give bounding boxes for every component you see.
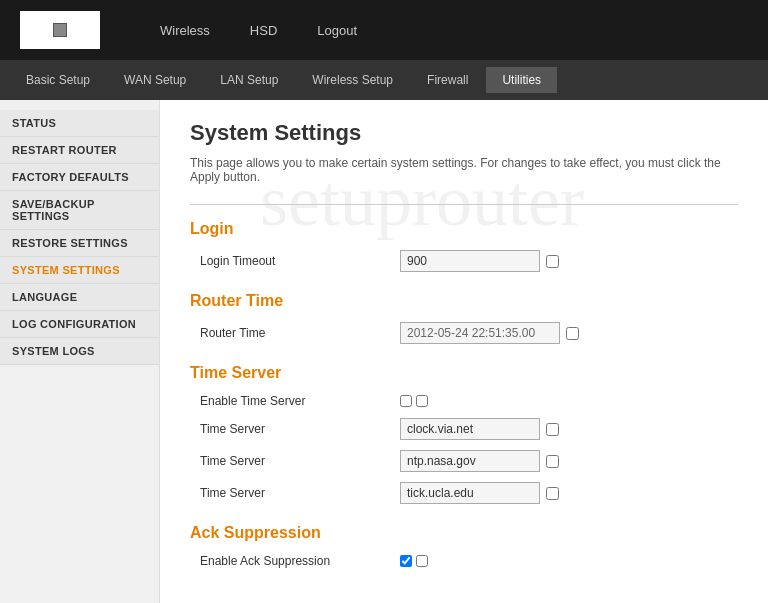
enable-ack-label: Enable Ack Suppression <box>200 554 400 568</box>
page-title: System Settings <box>190 120 738 146</box>
divider <box>190 204 738 205</box>
top-nav: Wireless HSD Logout <box>160 23 357 38</box>
tab-wan-setup[interactable]: WAN Setup <box>108 67 202 93</box>
tab-wireless-setup[interactable]: Wireless Setup <box>296 67 409 93</box>
sidebar-item-restore-settings[interactable]: RESTORE SETTINGS <box>0 230 159 257</box>
enable-time-server-checkbox2[interactable] <box>416 395 428 407</box>
login-timeout-input[interactable] <box>400 250 540 272</box>
ack-suppression-section: Ack Suppression Enable Ack Suppression <box>190 524 738 568</box>
tab-firewall[interactable]: Firewall <box>411 67 484 93</box>
router-time-checkbox[interactable] <box>566 327 579 340</box>
sidebar-item-factory-defaults[interactable]: FACTORY DEFAULTS <box>0 164 159 191</box>
enable-time-server-checkboxes <box>400 395 428 407</box>
enable-time-server-row: Enable Time Server <box>190 394 738 408</box>
sidebar-item-log-config[interactable]: LOG CONFIGURATION <box>0 311 159 338</box>
enable-ack-row: Enable Ack Suppression <box>190 554 738 568</box>
top-bar: Wireless HSD Logout <box>0 0 768 60</box>
time-server-input-1[interactable] <box>400 418 540 440</box>
main-layout: STATUS RESTART ROUTER FACTORY DEFAULTS S… <box>0 100 768 603</box>
top-nav-hsd[interactable]: HSD <box>250 23 277 38</box>
time-server-label-2: Time Server <box>200 454 400 468</box>
sidebar-item-language[interactable]: LANGUAGE <box>0 284 159 311</box>
sidebar-item-system-settings[interactable]: SYSTEM SETTINGS <box>0 257 159 284</box>
sidebar-item-system-logs[interactable]: SYSTEM LOGS <box>0 338 159 365</box>
second-nav-bar: Basic Setup WAN Setup LAN Setup Wireless… <box>0 60 768 100</box>
logo-icon <box>53 23 67 37</box>
login-timeout-row: Login Timeout <box>190 250 738 272</box>
enable-time-server-label: Enable Time Server <box>200 394 400 408</box>
router-time-row: Router Time <box>190 322 738 344</box>
login-section: Login Login Timeout <box>190 220 738 272</box>
time-server-checkbox-1[interactable] <box>546 423 559 436</box>
top-nav-logout[interactable]: Logout <box>317 23 357 38</box>
sidebar-item-status[interactable]: STATUS <box>0 110 159 137</box>
time-server-label-1: Time Server <box>200 422 400 436</box>
time-server-input-3[interactable] <box>400 482 540 504</box>
time-server-input-2[interactable] <box>400 450 540 472</box>
tab-basic-setup[interactable]: Basic Setup <box>10 67 106 93</box>
time-server-row-3: Time Server <box>190 482 738 504</box>
time-server-label-3: Time Server <box>200 486 400 500</box>
login-timeout-checkbox[interactable] <box>546 255 559 268</box>
login-timeout-label: Login Timeout <box>200 254 400 268</box>
tab-lan-setup[interactable]: LAN Setup <box>204 67 294 93</box>
time-server-section-title: Time Server <box>190 364 738 382</box>
time-server-checkbox-3[interactable] <box>546 487 559 500</box>
page-description: This page allows you to make certain sys… <box>190 156 738 184</box>
enable-ack-checkbox2[interactable] <box>416 555 428 567</box>
content-area: setuprouter System Settings This page al… <box>160 100 768 603</box>
ack-suppression-title: Ack Suppression <box>190 524 738 542</box>
router-time-section: Router Time Router Time <box>190 292 738 344</box>
logo <box>20 11 100 49</box>
router-time-input <box>400 322 560 344</box>
tab-utilities[interactable]: Utilities <box>486 67 557 93</box>
sidebar-item-restart-router[interactable]: RESTART ROUTER <box>0 137 159 164</box>
enable-time-server-checkbox1[interactable] <box>400 395 412 407</box>
sidebar-item-save-backup[interactable]: SAVE/BACKUP SETTINGS <box>0 191 159 230</box>
sidebar: STATUS RESTART ROUTER FACTORY DEFAULTS S… <box>0 100 160 603</box>
router-time-label: Router Time <box>200 326 400 340</box>
time-server-row-1: Time Server <box>190 418 738 440</box>
login-section-title: Login <box>190 220 738 238</box>
time-server-row-2: Time Server <box>190 450 738 472</box>
enable-ack-checkbox1[interactable] <box>400 555 412 567</box>
time-server-checkbox-2[interactable] <box>546 455 559 468</box>
time-server-section: Time Server Enable Time Server Time Serv… <box>190 364 738 504</box>
top-nav-wireless[interactable]: Wireless <box>160 23 210 38</box>
ack-checkboxes <box>400 555 428 567</box>
router-time-section-title: Router Time <box>190 292 738 310</box>
